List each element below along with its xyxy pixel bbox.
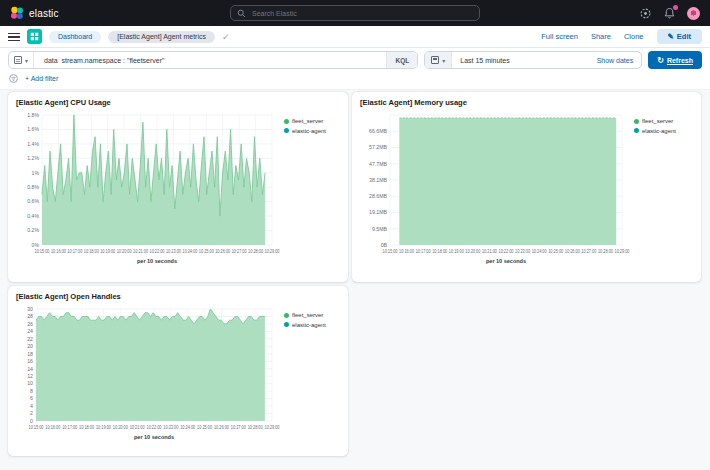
svg-text:4: 4 (30, 403, 33, 409)
calendar-icon (431, 56, 439, 64)
svg-text:10:22:00: 10:22:00 (150, 249, 165, 254)
saved-query-menu-button[interactable]: ▾ (9, 52, 34, 68)
svg-text:10:15:00: 10:15:00 (29, 425, 44, 430)
svg-text:10:28:00: 10:28:00 (248, 425, 263, 430)
chart-legend: fleet_serverelastic-agent (634, 109, 690, 267)
svg-text:26: 26 (27, 321, 33, 327)
show-dates-button[interactable]: Show dates (589, 57, 642, 64)
svg-text:10:26:00: 10:26:00 (565, 249, 580, 254)
open-handles-chart[interactable]: 10:15:0010:16:0010:17:0010:18:0010:19:00… (16, 303, 284, 443)
svg-text:10:24:00: 10:24:00 (180, 425, 195, 430)
global-search-input[interactable] (250, 9, 473, 18)
svg-text:10:29:00: 10:29:00 (265, 249, 280, 254)
elastic-logo-icon[interactable] (10, 6, 24, 20)
svg-text:10:17:00: 10:17:00 (62, 425, 77, 430)
svg-text:38.1MB: 38.1MB (369, 177, 387, 183)
legend-item-fleet_server[interactable]: fleet_server (284, 312, 340, 318)
svg-text:10:27:00: 10:27:00 (232, 249, 247, 254)
svg-text:47.7MB: 47.7MB (369, 161, 387, 167)
svg-text:10: 10 (27, 380, 33, 386)
svg-text:10:25:00: 10:25:00 (197, 425, 212, 430)
svg-text:0B: 0B (381, 242, 388, 248)
svg-text:10:20:00: 10:20:00 (465, 249, 480, 254)
svg-text:1.6%: 1.6% (27, 126, 39, 132)
svg-text:10:19:00: 10:19:00 (449, 249, 464, 254)
svg-text:10:28:00: 10:28:00 (598, 249, 613, 254)
svg-text:10:23:00: 10:23:00 (163, 425, 178, 430)
dashboard-app-icon[interactable] (27, 29, 42, 44)
svg-text:10:22:00: 10:22:00 (499, 249, 514, 254)
svg-text:10:26:00: 10:26:00 (215, 249, 230, 254)
filter-settings-icon[interactable] (8, 73, 19, 84)
svg-text:1%: 1% (32, 170, 40, 176)
legend-label: fleet_server (292, 118, 323, 124)
date-quick-select-button[interactable]: ▾ (425, 52, 452, 68)
svg-text:6: 6 (30, 395, 33, 401)
svg-text:0.8%: 0.8% (27, 184, 39, 190)
deployment-icon[interactable] (639, 7, 652, 20)
user-avatar[interactable] (687, 7, 700, 20)
svg-text:10:15:00: 10:15:00 (383, 249, 398, 254)
query-input-box: ▾ KQL (8, 51, 418, 69)
edit-button-label: Edit (677, 32, 691, 41)
svg-text:10:18:00: 10:18:00 (79, 425, 94, 430)
add-filter-button[interactable]: + Add filter (25, 75, 58, 82)
svg-text:10:16:00: 10:16:00 (45, 425, 60, 430)
svg-text:8: 8 (30, 388, 33, 394)
saved-check-icon: ✓ (222, 32, 230, 42)
svg-text:10:27:00: 10:27:00 (231, 425, 246, 430)
refresh-button-label: Refresh (667, 57, 693, 64)
notification-badge (673, 5, 678, 10)
svg-text:10:17:00: 10:17:00 (416, 249, 431, 254)
unified-search-bar: ▾ KQL ▾ Last 15 minutes Show dates ↻ Ref… (0, 48, 710, 71)
svg-text:10:25:00: 10:25:00 (199, 249, 214, 254)
kql-query-input[interactable] (42, 56, 378, 65)
saved-query-icon (14, 56, 22, 64)
panel-title: [Elastic Agent] Open Handles (16, 292, 340, 301)
refresh-button[interactable]: ↻ Refresh (648, 51, 702, 69)
breadcrumb-dashboard[interactable]: Dashboard (49, 31, 101, 43)
dashboard-grid-icon (30, 32, 39, 41)
svg-text:10:21:00: 10:21:00 (130, 425, 145, 430)
elastic-logo-text[interactable]: elastic (29, 8, 59, 19)
global-search-bar[interactable] (230, 5, 480, 21)
refresh-icon: ↻ (657, 56, 664, 65)
full-screen-link[interactable]: Full screen (541, 32, 578, 41)
svg-text:1.2%: 1.2% (27, 155, 39, 161)
legend-dot-icon (284, 322, 289, 327)
chart-legend: fleet_serverelastic-agent (284, 109, 340, 267)
svg-text:10:26:00: 10:26:00 (214, 425, 229, 430)
search-icon (237, 9, 246, 18)
svg-text:10:19:00: 10:19:00 (100, 249, 115, 254)
query-language-button[interactable]: KQL (386, 52, 417, 68)
svg-text:9.5MB: 9.5MB (372, 226, 388, 232)
svg-text:24: 24 (27, 328, 33, 334)
svg-text:16: 16 (27, 358, 33, 364)
legend-item-fleet_server[interactable]: fleet_server (634, 118, 690, 124)
svg-text:30: 30 (27, 306, 33, 312)
svg-text:1.8%: 1.8% (27, 112, 39, 118)
legend-item-elastic-agent[interactable]: elastic-agent (284, 322, 340, 328)
edit-button[interactable]: ✎ Edit (657, 29, 702, 44)
svg-text:10:18:00: 10:18:00 (432, 249, 447, 254)
legend-item-fleet_server[interactable]: fleet_server (284, 118, 340, 124)
svg-text:19.1MB: 19.1MB (369, 209, 387, 215)
legend-item-elastic-agent[interactable]: elastic-agent (284, 128, 340, 134)
legend-item-elastic-agent[interactable]: elastic-agent (634, 128, 690, 134)
cpu-usage-chart[interactable]: 10:15:0010:16:0010:17:0010:18:0010:19:00… (16, 109, 284, 267)
time-range-value[interactable]: Last 15 minutes (452, 57, 588, 64)
menu-hamburger-icon[interactable] (8, 32, 20, 42)
svg-text:28: 28 (27, 313, 33, 319)
clone-link[interactable]: Clone (624, 32, 644, 41)
svg-text:10:15:00: 10:15:00 (35, 249, 50, 254)
svg-text:10:22:00: 10:22:00 (147, 425, 162, 430)
share-link[interactable]: Share (591, 32, 611, 41)
svg-text:12: 12 (27, 373, 33, 379)
memory-usage-chart[interactable]: 10:15:0010:16:0010:17:0010:18:0010:19:00… (360, 109, 634, 267)
svg-text:66.6MB: 66.6MB (369, 128, 387, 134)
svg-text:per 10 seconds: per 10 seconds (486, 258, 526, 264)
legend-dot-icon (284, 119, 289, 124)
legend-label: elastic-agent (642, 128, 676, 134)
svg-text:2: 2 (30, 410, 33, 416)
notifications-bell-icon[interactable] (663, 7, 676, 20)
